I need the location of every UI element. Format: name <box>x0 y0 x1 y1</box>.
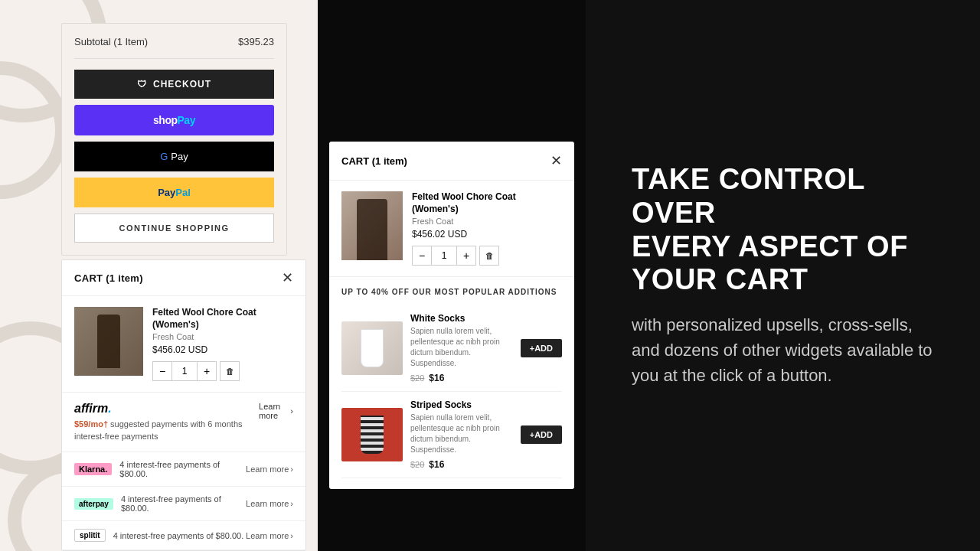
klarna-learn-more[interactable]: Learn more › <box>246 465 293 474</box>
white-socks-info: White Socks Sapien nulla lorem velit, pe… <box>410 313 513 383</box>
qty-decrease-button[interactable]: − <box>152 361 172 381</box>
modal-qty-decrease-button[interactable]: − <box>412 246 432 266</box>
upsell-item-white-socks: White Socks Sapien nulla lorem velit, pe… <box>341 305 562 392</box>
delete-item-button[interactable]: 🗑 <box>220 361 240 381</box>
striped-socks-old-price: $20 <box>410 460 424 469</box>
right-heading: TAKE CONTROL OVEREVERY ASPECT OFYOUR CAR… <box>632 163 934 297</box>
right-text-block: TAKE CONTROL OVEREVERY ASPECT OFYOUR CAR… <box>632 163 934 388</box>
white-socks-old-price: $20 <box>410 373 424 383</box>
subtotal-label: Subtotal (1 Item) <box>74 36 148 47</box>
striped-socks-new-price: $16 <box>429 459 444 470</box>
cart-drawer-panel: CART (1 item) ✕ Felted Wool Chore Coat (… <box>61 259 306 551</box>
white-socks-pricing: $20 $16 <box>410 373 513 383</box>
affirm-text: $59/mo† suggested payments with 6 months… <box>74 419 259 442</box>
modal-item-brand: Fresh Coat <box>412 217 562 226</box>
white-socks-image <box>341 321 403 375</box>
qty-increase-button[interactable]: + <box>197 361 217 381</box>
shoppay-button[interactable]: shopPay <box>74 105 274 135</box>
paypal-button[interactable]: PayPal <box>74 178 274 207</box>
affirm-learn-more[interactable]: Learn more › <box>259 402 293 420</box>
white-socks-add-button[interactable]: +ADD <box>521 339 562 357</box>
split-learn-more[interactable]: Learn more › <box>246 531 293 540</box>
item-image <box>74 307 143 376</box>
striped-socks-name: Striped Socks <box>410 399 513 410</box>
item-details: Felted Wool Chore Coat (Women's) Fresh C… <box>152 307 293 381</box>
modal-header: CART (1 item) ✕ <box>329 142 574 181</box>
modal-item-name: Felted Wool Chore Coat (Women's) <box>412 191 562 215</box>
gpay-label: Pay <box>171 151 188 162</box>
upsell-item-striped-socks: Striped Socks Sapien nulla lorem velit, … <box>341 392 562 478</box>
striped-socks-pricing: $20 $16 <box>410 459 513 470</box>
modal-item-details: Felted Wool Chore Coat (Women's) Fresh C… <box>412 191 562 266</box>
right-panel: TAKE CONTROL OVEREVERY ASPECT OFYOUR CAR… <box>586 0 980 551</box>
modal-cart: CART (1 item) ✕ Felted Wool Chore Coat (… <box>329 142 574 489</box>
klarna-payment-row: Klarna. 4 interest-free payments of $80.… <box>62 452 305 487</box>
striped-socks-add-button[interactable]: +ADD <box>521 425 562 444</box>
item-figure <box>97 315 120 368</box>
klarna-logo: Klarna. <box>74 463 112 475</box>
qty-display: 1 <box>172 361 197 381</box>
modal-qty-increase-button[interactable]: + <box>456 246 476 266</box>
modal-title: CART (1 item) <box>341 155 407 167</box>
subtotal-amount: $395.23 <box>238 36 274 47</box>
afterpay-logo: afterpay <box>74 498 113 510</box>
item-brand: Fresh Coat <box>152 332 293 341</box>
middle-panel: CART (1 item) ✕ Felted Wool Chore Coat (… <box>318 0 586 551</box>
cart-drawer-close-button[interactable]: ✕ <box>282 271 293 285</box>
checkout-button[interactable]: 🛡 CHECKOUT <box>74 70 274 99</box>
striped-socks-image <box>341 408 403 461</box>
afterpay-payment-row: afterpay 4 interest-free payments of $80… <box>62 487 305 521</box>
subtotal-row: Subtotal (1 Item) $395.23 <box>74 36 274 59</box>
item-price: $456.02 USD <box>152 344 293 355</box>
striped-socks-desc: Sapien nulla lorem velit, pellentesque a… <box>410 412 513 455</box>
modal-item-figure <box>357 199 387 260</box>
white-socks-visual <box>361 329 384 367</box>
affirm-amount: $59/mo† <box>74 419 108 429</box>
modal-delete-button[interactable]: 🗑 <box>479 246 499 266</box>
afterpay-text: 4 interest-free payments of $80.00. <box>121 494 246 513</box>
quantity-controls: − 1 + 🗑 <box>152 361 293 381</box>
modal-qty-display: 1 <box>432 246 456 266</box>
right-body: with personalized upsells, cross-sells, … <box>632 312 934 388</box>
modal-item-image <box>341 191 403 260</box>
checkout-panel: Subtotal (1 Item) $395.23 🛡 CHECKOUT sho… <box>61 23 287 256</box>
modal-item: Felted Wool Chore Coat (Women's) Fresh C… <box>329 181 574 277</box>
upsell-title: UP TO 40% OFF OUR MOST POPULAR ADDITIONS <box>341 288 562 296</box>
item-name: Felted Wool Chore Coat (Women's) <box>152 307 293 331</box>
affirm-logo: affirm. <box>74 402 259 416</box>
split-text: 4 interest-free payments of $80.00. <box>113 531 246 540</box>
modal-qty-controls: − 1 + 🗑 <box>412 246 562 266</box>
left-panel: Subtotal (1 Item) $395.23 🛡 CHECKOUT sho… <box>0 0 318 551</box>
split-logo: splitit <box>74 529 106 542</box>
cart-drawer-title: CART (1 item) <box>74 272 143 284</box>
afterpay-learn-more[interactable]: Learn more › <box>246 499 293 508</box>
item-image-placeholder <box>74 307 143 376</box>
cart-item: Felted Wool Chore Coat (Women's) Fresh C… <box>62 296 305 393</box>
paypal-logo: PayPal <box>158 187 191 198</box>
klarna-text: 4 interest-free payments of $80.00. <box>119 460 246 478</box>
white-socks-name: White Socks <box>410 313 513 324</box>
modal-item-price: $456.02 USD <box>412 229 562 240</box>
upsell-section: UP TO 40% OFF OUR MOST POPULAR ADDITIONS… <box>329 277 574 489</box>
continue-label: CONTINUE SHOPPING <box>119 223 229 233</box>
shoppay-logo: shopPay <box>153 114 195 126</box>
gpay-button[interactable]: G Pay <box>74 142 274 171</box>
striped-socks-visual <box>361 416 384 454</box>
modal-close-button[interactable]: ✕ <box>550 152 562 169</box>
striped-socks-info: Striped Socks Sapien nulla lorem velit, … <box>410 399 513 470</box>
white-socks-desc: Sapien nulla lorem velit, pellentesque a… <box>410 326 513 369</box>
white-socks-new-price: $16 <box>429 373 444 383</box>
cart-drawer-header: CART (1 item) ✕ <box>62 260 305 296</box>
google-icon: G <box>160 151 168 162</box>
shield-icon: 🛡 <box>137 79 147 90</box>
continue-shopping-button[interactable]: CONTINUE SHOPPING <box>74 214 274 243</box>
affirm-section: affirm. $59/mo† suggested payments with … <box>62 393 305 452</box>
checkout-label: CHECKOUT <box>153 79 211 90</box>
split-payment-row: splitit 4 interest-free payments of $80.… <box>62 521 305 550</box>
